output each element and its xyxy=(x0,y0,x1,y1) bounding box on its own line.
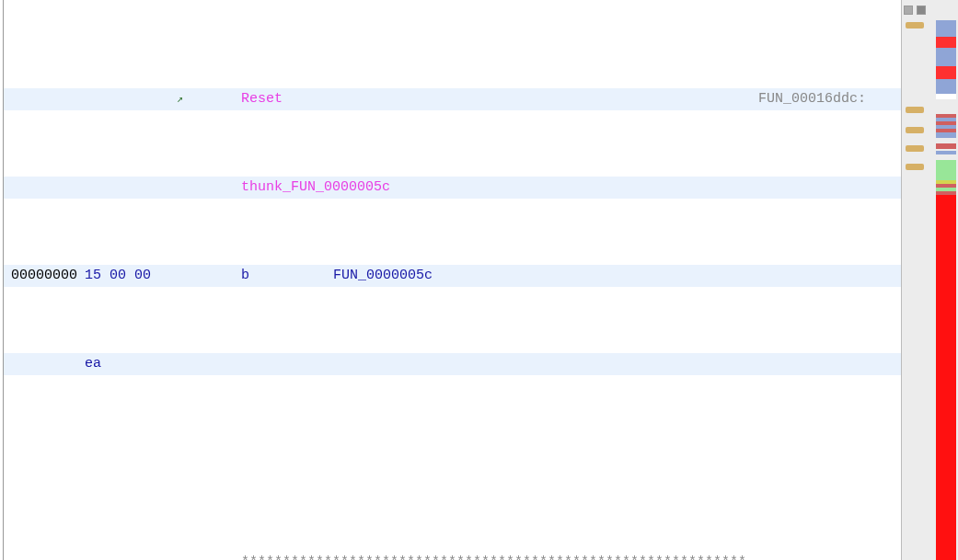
overview-segment[interactable] xyxy=(936,151,956,154)
blank-row xyxy=(4,441,901,463)
overview-bookmark[interactable] xyxy=(906,107,924,113)
overview-segment[interactable] xyxy=(936,79,956,94)
divider-dots: ... xyxy=(775,552,800,560)
listing-row: ↗ Reset FUN_00016ddc: xyxy=(4,88,901,110)
overview-segment[interactable] xyxy=(936,48,956,66)
overview-ruler[interactable] xyxy=(901,0,958,560)
overview-bookmark[interactable] xyxy=(906,164,924,170)
listing-row: thunk_FUN_0000005c xyxy=(4,177,901,199)
entry-arrow-icon: ↗ xyxy=(177,88,190,110)
overview-segment[interactable] xyxy=(936,20,956,37)
overview-segment[interactable] xyxy=(936,66,956,79)
overview-bookmark[interactable] xyxy=(906,127,924,133)
overview-bookmark[interactable] xyxy=(906,145,924,152)
thunk-name[interactable]: thunk_FUN_0000005c xyxy=(241,177,425,199)
overview-marker xyxy=(917,6,926,15)
mnemonic: b xyxy=(241,265,333,287)
bytes-cont: ea xyxy=(85,353,177,375)
overview-marker xyxy=(904,6,913,15)
bytes: 15 00 00 xyxy=(85,265,177,287)
operand[interactable]: FUN_0000005c xyxy=(333,265,901,287)
overview-segment[interactable] xyxy=(936,132,956,138)
overview-segment[interactable] xyxy=(936,143,956,149)
overview-segment[interactable] xyxy=(936,160,956,180)
overview-bookmark[interactable] xyxy=(906,22,924,29)
listing-row: ea xyxy=(4,353,901,375)
overview-segment[interactable] xyxy=(936,195,956,560)
listing-panel[interactable]: ↗ Reset FUN_00016ddc: thunk_FUN_0000005c… xyxy=(3,0,901,560)
overview-segment[interactable] xyxy=(936,94,956,99)
reset-label[interactable]: Reset xyxy=(241,88,333,110)
divider: ****************************************… xyxy=(241,552,775,560)
address[interactable]: 00000000 xyxy=(11,265,85,287)
listing-row: ****************************************… xyxy=(4,552,901,560)
overview-segment[interactable] xyxy=(936,37,956,48)
listing-row[interactable]: 00000000 15 00 00 b FUN_0000005c xyxy=(4,265,901,287)
xref-top[interactable]: FUN_00016ddc: xyxy=(758,88,901,110)
